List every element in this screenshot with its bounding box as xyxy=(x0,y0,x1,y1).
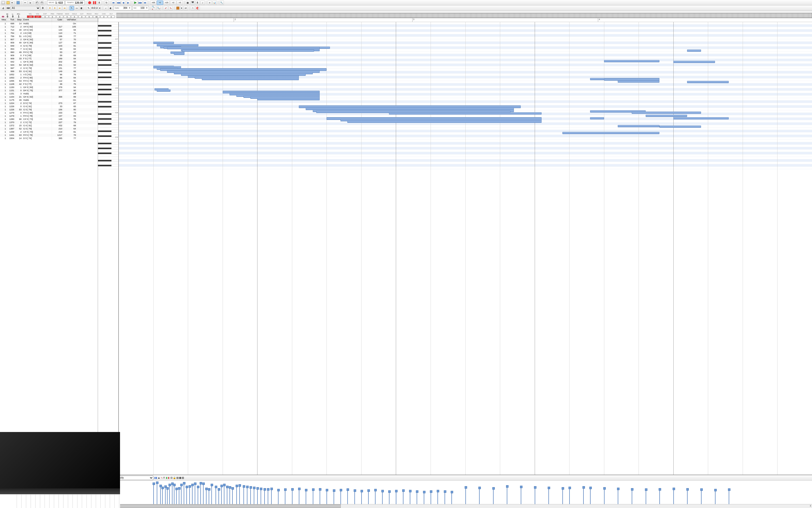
list-row[interactable]: 1117549Hold1On xyxy=(0,98,98,102)
midi-note[interactable] xyxy=(157,89,171,92)
window-tracks-button[interactable]: ▦ xyxy=(186,0,190,5)
list-row[interactable]: 111510D# 5 [ 75]37790 xyxy=(0,89,98,92)
list-row[interactable]: 1128090C# 5 [ 73]14875 xyxy=(0,118,98,121)
list-row[interactable]: 19421G# 5 [ 80]20293 xyxy=(0,60,98,64)
velocity-stick[interactable] xyxy=(200,483,201,504)
velocity-stick[interactable] xyxy=(548,488,549,504)
velocity-stick[interactable] xyxy=(257,488,258,504)
ctrl-tool-d[interactable]: ▦ xyxy=(179,476,181,479)
velocity-stick[interactable] xyxy=(192,485,193,504)
velocity-stick[interactable] xyxy=(268,489,268,504)
ctrl-tool-a[interactable]: ⊟ xyxy=(171,476,173,479)
rest-tool[interactable]: ◐ xyxy=(108,6,113,10)
goto-start-button[interactable]: ⏮ xyxy=(111,0,116,5)
timeline-ruler[interactable]: 234 xyxy=(98,18,812,22)
velocity-stick[interactable] xyxy=(340,490,341,504)
velocity-stick[interactable] xyxy=(410,491,410,504)
param-vol[interactable]: VOL127 xyxy=(34,13,41,18)
erase-tool[interactable]: ◧ xyxy=(79,6,84,10)
list-row[interactable]: 19090F 6 [ 89]5869 xyxy=(0,54,98,57)
piano-roll-grid[interactable] xyxy=(118,22,812,475)
velocity-stick[interactable] xyxy=(493,488,493,504)
param-mod[interactable]: MOD0 xyxy=(63,13,71,18)
velocity-stick[interactable] xyxy=(646,490,646,504)
velocity-stick[interactable] xyxy=(437,491,438,504)
velocity-stick[interactable] xyxy=(535,487,535,504)
velocity-stick[interactable] xyxy=(250,487,251,504)
pointer-tool[interactable]: ↖ xyxy=(69,6,74,10)
midi-note[interactable] xyxy=(604,60,659,62)
track-select[interactable]: A1 xyxy=(11,6,40,10)
gate-input[interactable]: Gate: ⬍ xyxy=(113,6,132,10)
velocity-lane[interactable] xyxy=(118,480,812,504)
list-row[interactable]: 18537G 6 [ 91]6084 xyxy=(0,48,98,51)
velocity-stick[interactable] xyxy=(604,488,605,504)
list-row[interactable]: 1105553F# 5 [ 78]11291 xyxy=(0,79,98,83)
midi-note[interactable] xyxy=(673,117,729,119)
param-hold[interactable]: HOLD0 xyxy=(71,13,78,18)
list-row[interactable]: 17122A# 5 [ 82]317105 xyxy=(0,25,98,29)
velocity-stick[interactable] xyxy=(186,487,187,504)
velocity-stick[interactable] xyxy=(239,485,240,504)
velocity-stick[interactable] xyxy=(224,485,224,504)
velocity-stick[interactable] xyxy=(382,491,383,504)
list-row[interactable]: 1150414D 5 [ 74]38577 xyxy=(0,137,98,140)
device-button[interactable]: ⌨ xyxy=(6,6,10,10)
print-button[interactable]: 🖨 xyxy=(1,6,5,10)
velocity-stick[interactable] xyxy=(232,488,233,504)
velocity-stick[interactable] xyxy=(403,490,403,504)
velocity-stick[interactable] xyxy=(264,489,265,504)
midi-note[interactable] xyxy=(153,42,174,44)
zoom-×2[interactable]: ×2 xyxy=(170,0,176,5)
velocity-stick[interactable] xyxy=(306,490,306,504)
list-row[interactable]: 1110842F 5 [ 77]3875 xyxy=(0,83,98,86)
list-row[interactable]: 1137215G 6 [ 91]43268 xyxy=(0,124,98,127)
list-row[interactable]: 171440A# 6 [ 94]14494 xyxy=(0,29,98,32)
velocity-stick[interactable] xyxy=(162,488,163,504)
play-button[interactable] xyxy=(133,0,138,5)
new-button[interactable] xyxy=(1,0,5,5)
velocity-stick[interactable] xyxy=(181,485,182,504)
custom-dropdown[interactable]: ▾ xyxy=(98,6,101,10)
export-button[interactable]: ⇲ xyxy=(28,0,32,5)
list-row[interactable]: 186049F# 5 [ 78]5367 xyxy=(0,51,98,54)
ctrl-filled-view[interactable]: ▲ xyxy=(158,476,160,479)
velocity-stick[interactable] xyxy=(479,488,480,504)
record-button[interactable] xyxy=(88,0,92,5)
midi-note[interactable] xyxy=(174,53,184,55)
velocity-stick[interactable] xyxy=(160,486,161,504)
col-step[interactable]: Step xyxy=(15,18,22,22)
velocity-stick[interactable] xyxy=(236,486,237,504)
record-mode-button[interactable]: 🎚 xyxy=(97,0,102,5)
velocity-stick[interactable] xyxy=(203,483,203,504)
zoom-out-v-button[interactable]: ⤡ xyxy=(169,6,173,10)
scroll-up-button[interactable]: ⬆ xyxy=(48,6,52,10)
velocity-stick[interactable] xyxy=(375,490,376,504)
col-tick[interactable]: Tick xyxy=(7,18,15,22)
velocity-stick[interactable] xyxy=(327,490,327,504)
midi-note[interactable] xyxy=(632,112,701,114)
param-cho[interactable]: CHO0 xyxy=(100,13,107,18)
midi-note[interactable] xyxy=(659,126,701,128)
midi-note[interactable] xyxy=(590,117,604,119)
cut-button[interactable]: ✂ xyxy=(23,0,28,5)
ctrl-tool-e[interactable]: ▥ xyxy=(182,476,184,479)
ctrl-bars-view[interactable]: ▮▮ xyxy=(154,476,157,479)
vel-input[interactable]: Vel: ⬍ xyxy=(132,6,149,10)
midi-note[interactable] xyxy=(257,98,320,100)
velocity-stick[interactable] xyxy=(590,488,590,504)
velocity-stick[interactable] xyxy=(618,489,618,504)
velocity-stick[interactable] xyxy=(195,483,195,504)
velocity-stick[interactable] xyxy=(254,488,254,504)
velocity-stick[interactable] xyxy=(174,485,175,504)
velocity-stick[interactable] xyxy=(179,488,179,504)
window-score-button[interactable]: ♪ xyxy=(200,0,205,5)
quantize-button[interactable]: ≡• xyxy=(184,6,188,10)
col-vel[interactable]: Vel/Value xyxy=(63,18,77,22)
velocity-stick[interactable] xyxy=(334,490,334,504)
velocity-stick[interactable] xyxy=(206,489,206,504)
velocity-stick[interactable] xyxy=(211,485,212,504)
draw-tool[interactable]: ✎ xyxy=(87,6,91,10)
list-row[interactable]: 18494G 5 [ 79]10391 xyxy=(0,44,98,48)
window-mixer-button[interactable]: 🎚 xyxy=(195,0,200,5)
